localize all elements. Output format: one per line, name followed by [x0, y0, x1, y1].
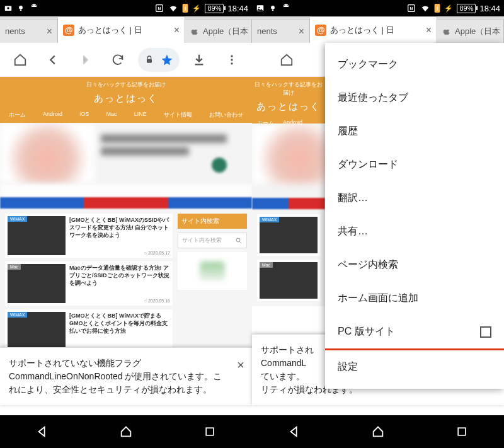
menu-bookmarks[interactable]: ブックマーク — [325, 48, 504, 81]
battery-indicator: 89% — [457, 4, 476, 13]
tab-prev[interactable]: nents × — [252, 19, 310, 43]
android-icon — [281, 3, 291, 13]
system-navbar — [252, 415, 504, 448]
site-search-input[interactable]: サイト内を検索 — [178, 233, 247, 248]
nav-item[interactable]: Android — [43, 111, 62, 119]
site-subtitle: 日々をハックする記事をお届け — [0, 77, 252, 89]
site-subtitle: 日々をハックする記事をお届け — [252, 77, 325, 97]
checkbox-unchecked[interactable] — [480, 326, 491, 338]
svg-point-13 — [231, 62, 232, 64]
status-bar: N ! ⚡ 89% 18:44 — [252, 0, 504, 16]
nav-item[interactable]: ホーム — [9, 111, 26, 119]
svg-text:!: ! — [185, 5, 186, 12]
close-icon[interactable]: × — [426, 25, 432, 36]
download-button[interactable] — [186, 47, 212, 72]
article-tag: WiMAX — [260, 217, 279, 222]
menu-translate[interactable]: 翻訳… — [325, 181, 504, 215]
article-tag: WiMAX — [8, 312, 27, 318]
svg-point-2 — [19, 6, 23, 9]
right-screenshot: N ! ⚡ 89% 18:44 nents × @ あっとはっく | 日 × A… — [252, 0, 504, 448]
svg-point-11 — [231, 55, 232, 57]
article-card[interactable]: Mac Macのデータ通信量を確認する方法! アプリごと/SSIDごとのネットワ… — [5, 261, 173, 306]
at-favicon: @ — [63, 25, 74, 36]
url-box[interactable] — [138, 48, 180, 72]
article-tag: Mac — [260, 262, 273, 268]
site-nav: ホーム Android iOS Mac LINE サイト情報 お問い合わせ — [0, 111, 252, 123]
image-icon — [256, 4, 265, 13]
site-header-bg: 日々をハックする記事をお届け あっとはっく ホーム Android — [252, 77, 325, 123]
close-icon[interactable]: × — [174, 25, 180, 36]
menu-settings[interactable]: 設定 — [325, 350, 504, 384]
tab-strip: nents × @ あっとはっく | 日 × Apple（日本 — [252, 16, 504, 43]
site-name[interactable]: あっとはっく — [0, 89, 252, 111]
site-header: 日々をハックする記事をお届け あっとはっく ホーム Android iOS Ma… — [0, 77, 252, 123]
svg-point-5 — [35, 5, 35, 6]
status-bar: N ! ⚡ 89% 18:44 — [0, 0, 252, 16]
sidebar-header: サイト内検索 — [178, 214, 247, 229]
svg-point-17 — [258, 7, 260, 8]
menu-add-to-home[interactable]: ホーム画面に追加 — [325, 282, 504, 315]
nav-home[interactable] — [118, 423, 134, 440]
nav-recent[interactable] — [454, 423, 470, 440]
menu-downloads[interactable]: ダウンロード — [325, 148, 504, 181]
sidebar-chart — [178, 252, 247, 290]
tab-active[interactable]: @ あっとはっく | 日 × — [58, 16, 185, 43]
bulb-icon — [16, 4, 25, 13]
close-icon[interactable]: × — [299, 26, 304, 37]
close-icon[interactable]: × — [47, 26, 52, 37]
snackbar-text: サポートされていない機能フラグ CommandLineOnNonRooted が… — [9, 358, 222, 394]
browser-toolbar — [0, 43, 252, 77]
tab-active[interactable]: @ あっとはっく | 日 × — [310, 16, 437, 43]
article-tag: WiMAX — [8, 216, 27, 222]
tab-label: nents — [257, 26, 277, 36]
battery-indicator: 89% — [205, 4, 224, 13]
banner-strip — [0, 197, 252, 209]
svg-text:N: N — [158, 6, 161, 11]
nav-recent[interactable] — [202, 423, 218, 440]
tab-label: あっとはっく | 日 — [78, 25, 142, 36]
article-card[interactable]: Mac — [257, 260, 320, 301]
back-button[interactable] — [40, 47, 66, 72]
nav-item[interactable]: Mac — [106, 111, 117, 119]
menu-history[interactable]: 履歴 — [325, 115, 504, 148]
clock: 18:44 — [479, 4, 500, 13]
nav-back[interactable] — [286, 423, 302, 440]
tab-apple[interactable]: Apple（日本 — [437, 19, 504, 43]
tab-label: Apple（日本 — [455, 26, 500, 37]
svg-rect-10 — [147, 59, 152, 62]
menu-button[interactable] — [219, 47, 244, 72]
article-date: ○ 2020.05.17 — [69, 251, 170, 255]
nav-home[interactable] — [370, 423, 386, 440]
article-card[interactable]: WiMAX — [257, 214, 320, 256]
svg-point-21 — [287, 5, 287, 6]
tab-apple[interactable]: Apple（日本 — [185, 19, 252, 43]
nav-back[interactable] — [34, 423, 50, 440]
star-icon[interactable] — [161, 54, 173, 66]
svg-rect-3 — [20, 9, 21, 11]
lock-icon — [144, 55, 154, 65]
android-icon — [29, 3, 39, 13]
wifi-icon — [420, 3, 430, 13]
home-button[interactable] — [274, 47, 299, 72]
forward-button — [72, 47, 98, 72]
nav-item[interactable]: サイト情報 — [164, 111, 192, 119]
menu-recent-tabs[interactable]: 最近使ったタブ — [325, 81, 504, 115]
menu-desktop-site[interactable]: PC 版サイト — [325, 315, 504, 350]
reload-button[interactable] — [105, 47, 130, 72]
menu-find-in-page[interactable]: ページ内検索 — [325, 248, 504, 282]
home-button[interactable] — [8, 47, 33, 72]
tab-prev[interactable]: nents × — [0, 19, 58, 43]
snackbar: サポートされていない機能フラグ CommandLineOnNonRooted が… — [0, 347, 252, 405]
article-card[interactable]: WiMAX [GMOとくとくBB] WiMAXのSSIDやパスワードを変更する方… — [5, 214, 173, 258]
article-title: [GMOとくとくBB] WiMAXで貯まるGMOとくとくポイントを毎月の料金支払… — [69, 312, 170, 335]
snackbar-close[interactable]: × — [237, 355, 244, 374]
svg-point-1 — [7, 7, 9, 9]
nav-item[interactable]: LINE — [134, 111, 147, 119]
nav-item[interactable]: iOS — [79, 111, 89, 119]
nav-item[interactable]: お問い合わせ — [209, 111, 243, 119]
svg-point-12 — [231, 59, 232, 60]
menu-share[interactable]: 共有… — [325, 215, 504, 248]
site-name: あっとはっく — [252, 97, 325, 119]
svg-text:!: ! — [437, 5, 438, 12]
hero-blur — [252, 123, 325, 198]
